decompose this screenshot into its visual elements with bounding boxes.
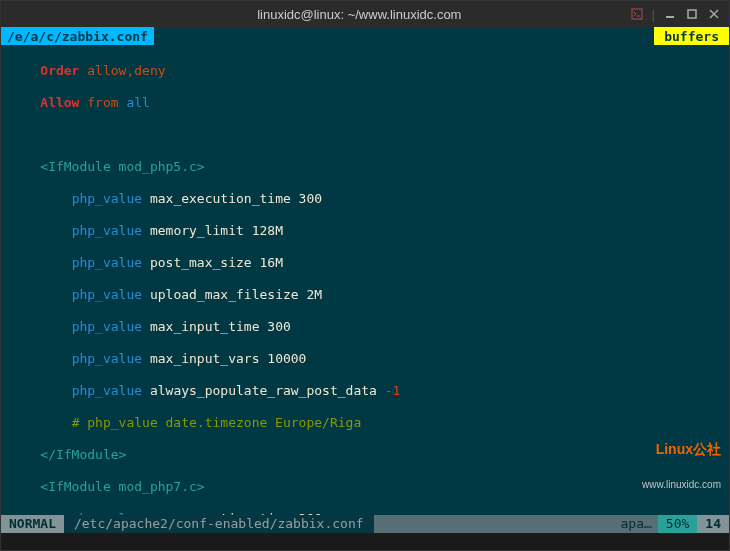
- directive-php-value: php_value: [72, 319, 142, 334]
- tag-close-bracket: >: [197, 479, 205, 494]
- tab-current-file[interactable]: /e/a/c/zabbix.conf: [1, 27, 154, 45]
- separator: |: [652, 7, 655, 22]
- value-aprpd: always_populate_raw_post_data: [150, 383, 377, 398]
- directive-allow: Allow: [40, 95, 79, 110]
- watermark: Linux公社 www.linuxidc.com: [642, 419, 721, 515]
- value-umf: upload_max_filesize 2M: [150, 287, 322, 302]
- titlebar: linuxidc@linux: ~/www.linuxidc.com |: [1, 1, 729, 27]
- tag-ifmodule-close: </IfModule>: [40, 447, 126, 462]
- terminal-icon[interactable]: [630, 7, 644, 21]
- value-all: all: [126, 95, 149, 110]
- statusbar: NORMAL /etc/apache2/conf-enabled/zabbix.…: [1, 515, 729, 533]
- svg-rect-2: [688, 10, 696, 18]
- minimize-icon[interactable]: [663, 7, 677, 21]
- status-filetype: apa…: [374, 515, 658, 533]
- status-percent: 50%: [658, 515, 697, 533]
- comment-timezone-riga: # php_value date.timezone Europe/Riga: [72, 415, 362, 430]
- directive-php-value: php_value: [72, 223, 142, 238]
- tab-buffers[interactable]: buffers: [654, 27, 729, 45]
- tag-ifmodule-php7-open: <IfModule mod_php7.c: [40, 479, 197, 494]
- directive-order: Order: [40, 63, 79, 78]
- keyword-from: from: [87, 95, 118, 110]
- value-pms: post_max_size 16M: [150, 255, 283, 270]
- value-neg1: -1: [385, 383, 401, 398]
- close-icon[interactable]: [707, 7, 721, 21]
- value-met: max_execution_time 300: [150, 191, 322, 206]
- value-ml: memory_limit 128M: [150, 223, 283, 238]
- maximize-icon[interactable]: [685, 7, 699, 21]
- window-title: linuxidc@linux: ~/www.linuxidc.com: [89, 7, 630, 22]
- status-filepath: /etc/apache2/conf-enabled/zabbix.conf: [64, 515, 374, 533]
- watermark-text: Linux公社 www.linuxidc.com: [642, 419, 721, 515]
- watermark-url: www.linuxidc.com: [642, 479, 721, 491]
- editor-tabbar: /e/a/c/zabbix.conf buffers: [1, 27, 729, 45]
- tag-ifmodule-php5-open: <IfModule mod_php5.c: [40, 159, 197, 174]
- directive-php-value: php_value: [72, 191, 142, 206]
- directive-php-value: php_value: [72, 287, 142, 302]
- status-linecol: 14: [697, 515, 729, 533]
- tag-close-bracket: >: [197, 159, 205, 174]
- editor-content[interactable]: Order allow,deny Allow from all <IfModul…: [1, 45, 729, 533]
- value-miv: max_input_vars 10000: [150, 351, 307, 366]
- terminal-window: linuxidc@linux: ~/www.linuxidc.com | /e/…: [0, 0, 730, 551]
- value-mit: max_input_time 300: [150, 319, 291, 334]
- vim-mode: NORMAL: [1, 515, 64, 533]
- directive-php-value: php_value: [72, 351, 142, 366]
- value-allow-deny: allow,deny: [87, 63, 165, 78]
- svg-rect-0: [632, 9, 642, 19]
- directive-php-value: php_value: [72, 383, 142, 398]
- watermark-cn: Linux公社: [642, 443, 721, 455]
- directive-php-value: php_value: [72, 255, 142, 270]
- window-controls: |: [630, 7, 721, 22]
